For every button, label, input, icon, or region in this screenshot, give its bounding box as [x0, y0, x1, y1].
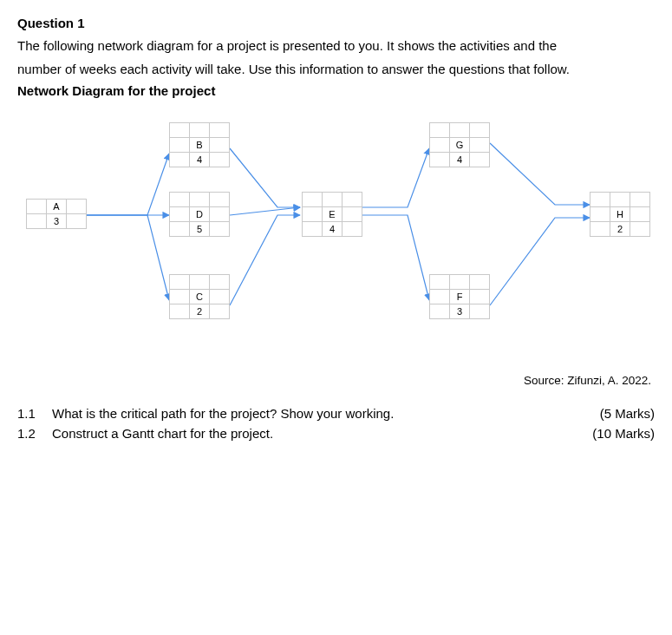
network-diagram: A 3 B 4 D 5 C 2 E 4 G 4 F 3 H 2 — [17, 105, 655, 365]
node-e: E 4 — [302, 192, 362, 237]
node-g-value: 4 — [450, 152, 470, 167]
node-c-value: 2 — [190, 304, 210, 318]
node-g: G 4 — [429, 122, 490, 167]
subquestions: 1.1 What is the critical path for the pr… — [17, 406, 655, 441]
subq-text: What is the critical path for the projec… — [52, 406, 394, 421]
subquestion-row: 1.1 What is the critical path for the pr… — [17, 406, 655, 421]
intro-text-line1: The following network diagram for a proj… — [17, 36, 655, 56]
subq-number: 1.2 — [17, 426, 40, 441]
node-f: F 3 — [429, 274, 490, 319]
node-h-value: 2 — [610, 221, 630, 236]
question-title: Question 1 — [17, 16, 655, 30]
node-f-value: 3 — [450, 304, 470, 318]
node-d: D 5 — [169, 192, 230, 237]
node-g-label: G — [450, 137, 470, 152]
diagram-title: Network Diagram for the project — [17, 83, 655, 98]
node-e-label: E — [323, 206, 343, 221]
subq-text: Construct a Gantt chart for the project. — [52, 426, 273, 441]
node-b-value: 4 — [190, 152, 210, 167]
node-a-label: A — [47, 199, 67, 213]
node-d-value: 5 — [190, 221, 210, 236]
intro-text-line2: number of weeks each activity will take.… — [17, 59, 655, 79]
node-f-label: F — [450, 289, 470, 304]
subq-number: 1.1 — [17, 406, 40, 421]
source-citation: Source: Zifunzi, A. 2022. — [17, 374, 655, 387]
node-b: B 4 — [169, 122, 230, 167]
node-h-label: H — [610, 206, 630, 221]
node-a-value: 3 — [47, 213, 67, 228]
node-d-label: D — [190, 206, 210, 221]
subq-marks: (10 Marks) — [592, 426, 655, 441]
node-h: H 2 — [590, 192, 650, 237]
node-c: C 2 — [169, 274, 230, 319]
node-c-label: C — [190, 289, 210, 304]
node-e-value: 4 — [323, 221, 343, 236]
subquestion-row: 1.2 Construct a Gantt chart for the proj… — [17, 426, 655, 441]
node-a: A 3 — [26, 199, 87, 229]
subq-marks: (5 Marks) — [600, 406, 655, 421]
node-b-label: B — [190, 137, 210, 152]
